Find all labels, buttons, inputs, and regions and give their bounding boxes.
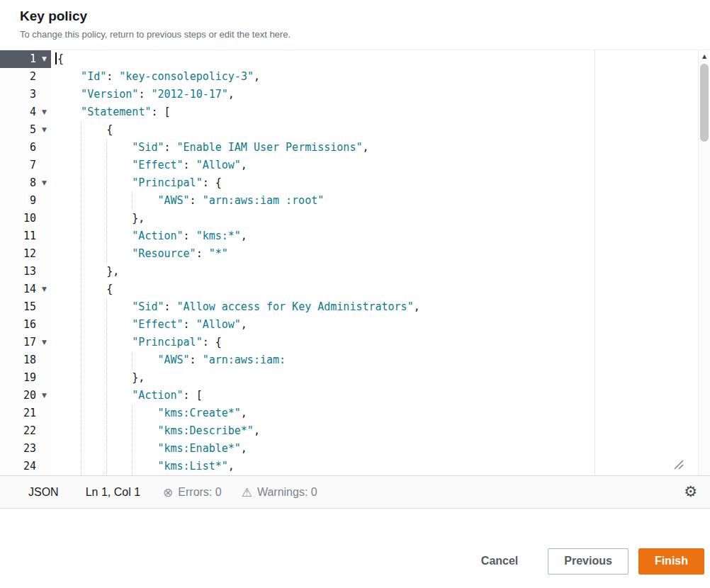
page-title: Key policy: [20, 9, 690, 24]
json-punctuation: ,: [241, 407, 247, 419]
gutter-line-14[interactable]: 14▼: [0, 281, 51, 298]
code-line-12[interactable]: "Resource": "*": [55, 245, 698, 263]
indent-space: [55, 103, 81, 121]
code-line-15[interactable]: "Sid": "Allow access for Key Administrat…: [55, 298, 698, 316]
indent-guide: [106, 245, 132, 263]
json-punctuation: : [: [184, 389, 203, 402]
gutter-line-24[interactable]: 24: [0, 458, 51, 475]
policy-code-editor[interactable]: 1▼234▼5▼678▼91011121314▼151617▼181920▼21…: [0, 50, 710, 475]
json-string: "kms:List*": [157, 460, 227, 473]
code-line-10[interactable]: },: [55, 210, 698, 227]
editor-resize-grip-icon[interactable]: [674, 460, 684, 470]
indent-guide: [106, 422, 132, 440]
fold-arrow-icon[interactable]: ▼: [39, 50, 50, 68]
page-subtitle: To change this policy, return to previou…: [20, 29, 690, 40]
gutter-line-11[interactable]: 11: [0, 227, 51, 245]
code-line-22[interactable]: "kms:Describe*",: [55, 422, 698, 440]
indent-guide: [81, 192, 106, 210]
code-line-21[interactable]: "kms:Create*",: [55, 405, 698, 422]
indent-guide: [81, 210, 106, 227]
code-line-6[interactable]: "Sid": "Enable IAM User Permissions",: [55, 139, 698, 157]
editor-settings-button[interactable]: ⚙: [684, 485, 697, 499]
finish-button[interactable]: Finish: [638, 548, 704, 575]
code-line-4[interactable]: "Statement": [: [55, 103, 698, 121]
code-line-13[interactable]: },: [55, 263, 698, 281]
json-punctuation: : {: [203, 176, 222, 189]
gutter-line-15[interactable]: 15: [0, 298, 51, 316]
text-cursor: [55, 52, 57, 64]
previous-button[interactable]: Previous: [548, 548, 629, 575]
code-line-18[interactable]: "AWS": "arn:aws:iam:: [55, 351, 698, 369]
line-number: 1: [0, 50, 39, 68]
gutter-line-17[interactable]: 17▼: [0, 334, 51, 351]
gutter-line-22[interactable]: 22: [0, 422, 51, 440]
gutter-line-18[interactable]: 18: [0, 351, 51, 369]
line-number: 9: [0, 192, 39, 210]
indent-guide: [106, 369, 132, 387]
gutter-line-5[interactable]: 5▼: [0, 121, 51, 139]
gutter-line-19[interactable]: 19: [0, 369, 51, 387]
fold-arrow-icon[interactable]: ▼: [39, 334, 50, 351]
indent-guide: [106, 139, 132, 157]
gutter-line-12[interactable]: 12: [0, 245, 51, 263]
statusbar-cursor-position: Ln 1, Col 1: [86, 486, 140, 499]
gutter-line-20[interactable]: 20▼: [0, 387, 51, 405]
gutter-line-13[interactable]: 13: [0, 263, 51, 281]
json-punctuation: },: [106, 265, 119, 278]
code-line-23[interactable]: "kms:Enable*",: [55, 440, 698, 458]
json-key: "AWS": [157, 194, 189, 207]
json-string: "Allow access for Key Administrators": [177, 300, 414, 313]
gutter-line-1[interactable]: 1▼: [0, 50, 51, 68]
gutter-line-23[interactable]: 23: [0, 440, 51, 458]
gutter-line-8[interactable]: 8▼: [0, 174, 51, 192]
json-punctuation: },: [132, 371, 145, 384]
code-line-1[interactable]: {: [55, 50, 698, 68]
warnings-label: Warnings: 0: [257, 486, 317, 499]
gutter-line-2[interactable]: 2: [0, 68, 51, 86]
indent-space: [55, 86, 81, 103]
fold-arrow-icon[interactable]: ▼: [39, 121, 50, 139]
code-line-11[interactable]: "Action": "kms:*",: [55, 227, 698, 245]
code-line-3[interactable]: "Version": "2012-10-17",: [55, 86, 698, 103]
gutter-line-7[interactable]: 7: [0, 157, 51, 174]
scrollbar-thumb[interactable]: [700, 64, 709, 142]
cancel-button[interactable]: Cancel: [474, 548, 525, 575]
code-area[interactable]: {"Id": "key-consolepolicy-3","Version": …: [51, 50, 698, 475]
indent-guide: [132, 422, 157, 440]
line-number: 14: [0, 281, 39, 298]
indent-guide: [106, 174, 132, 192]
code-line-24[interactable]: "kms:List*",: [55, 458, 698, 475]
gutter-line-10[interactable]: 10: [0, 210, 51, 227]
gutter-line-21[interactable]: 21: [0, 405, 51, 422]
gutter-line-9[interactable]: 9: [0, 192, 51, 210]
fold-arrow-icon[interactable]: ▼: [39, 281, 50, 298]
json-punctuation: {: [57, 52, 64, 65]
code-line-2[interactable]: "Id": "key-consolepolicy-3",: [55, 68, 698, 86]
fold-arrow-icon[interactable]: ▼: [39, 174, 50, 192]
scroll-up-icon: ▲: [702, 53, 706, 60]
code-line-17[interactable]: "Principal": {: [55, 334, 698, 351]
gutter-line-4[interactable]: 4▼: [0, 103, 51, 121]
code-line-7[interactable]: "Effect": "Allow",: [55, 157, 698, 174]
code-line-5[interactable]: {: [55, 121, 698, 139]
code-line-19[interactable]: },: [55, 369, 698, 387]
editor-scrollbar[interactable]: ▲: [698, 50, 710, 475]
code-line-20[interactable]: "Action": [: [55, 387, 698, 405]
json-punctuation: :: [106, 70, 119, 83]
scroll-up-button[interactable]: ▲: [699, 50, 710, 62]
indent-guide: [81, 298, 106, 316]
code-line-9[interactable]: "AWS": "arn:aws:iam :root": [55, 192, 698, 210]
code-line-14[interactable]: {: [55, 281, 698, 298]
gutter-line-6[interactable]: 6: [0, 139, 51, 157]
line-number: 2: [0, 68, 39, 86]
code-line-8[interactable]: "Principal": {: [55, 174, 698, 192]
line-number: 22: [0, 422, 39, 440]
gutter-line-3[interactable]: 3: [0, 86, 51, 103]
fold-arrow-icon[interactable]: ▼: [39, 103, 50, 121]
line-number: 10: [0, 210, 39, 227]
code-line-16[interactable]: "Effect": "Allow",: [55, 316, 698, 334]
gutter-line-16[interactable]: 16: [0, 316, 51, 334]
indent-guide: [106, 405, 132, 422]
fold-arrow-icon[interactable]: ▼: [39, 387, 50, 405]
indent-guide: [106, 192, 132, 210]
